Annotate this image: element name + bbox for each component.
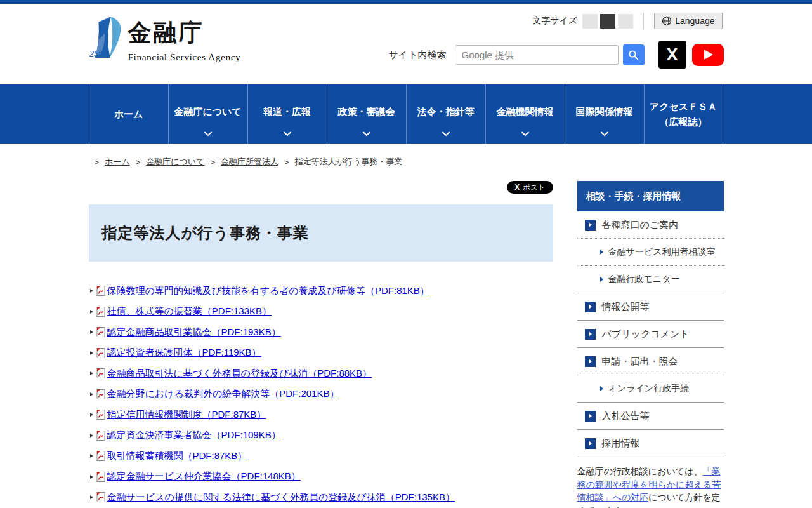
breadcrumb-separator: > bbox=[95, 157, 100, 167]
pdf-link[interactable]: 認定資金決済事業者協会（PDF:109KB） bbox=[107, 429, 281, 441]
sidebar-item[interactable]: オンライン行政手続 bbox=[577, 375, 724, 403]
nav-item-label: 国際関係情報 bbox=[576, 104, 633, 124]
pdf-link[interactable]: 金融分野における裁判外の紛争解決等（PDF:201KB） bbox=[107, 388, 339, 400]
document-list-item: 保険数理の専門的知識及び技能を有する者の養成及び研修等（PDF:81KB） bbox=[89, 281, 553, 302]
bullet-triangle-icon bbox=[90, 310, 93, 314]
search-button[interactable] bbox=[623, 44, 645, 65]
pdf-icon bbox=[96, 327, 105, 337]
chevron-down-icon bbox=[521, 131, 529, 137]
document-list-item: 金融分野における裁判外の紛争解決等（PDF:201KB） bbox=[89, 384, 553, 405]
blue-square-arrow-icon bbox=[585, 302, 596, 312]
breadcrumb-link[interactable]: ホーム bbox=[105, 156, 130, 168]
pdf-link[interactable]: 金融サービスの提供に関する法律に基づく外務員の登録及び抹消（PDF:135KB） bbox=[107, 491, 455, 504]
pdf-link[interactable]: 指定信用情報機関制度（PDF:87KB） bbox=[107, 409, 266, 421]
pdf-icon bbox=[96, 307, 105, 317]
nav-item-label: アクセスＦＳＡ （広報誌） bbox=[650, 99, 717, 129]
bullet-triangle-icon bbox=[90, 413, 93, 417]
bullet-triangle-icon bbox=[90, 434, 93, 438]
sidebar-item[interactable]: 情報公開等 bbox=[577, 293, 724, 321]
logo-title-en: Financial Services Agency bbox=[128, 51, 241, 63]
sidebar-item[interactable]: 申請・届出・照会 bbox=[577, 348, 724, 375]
nav-item[interactable]: 報道・広報 bbox=[247, 84, 327, 144]
pdf-icon bbox=[96, 410, 105, 420]
sidebar-item[interactable]: 金融サービス利用者相談室 bbox=[577, 239, 724, 266]
document-list-item: 認定資金決済事業者協会（PDF:109KB） bbox=[89, 425, 553, 446]
breadcrumb-current: 指定等法人が行う事務・事業 bbox=[295, 156, 403, 168]
nav-item[interactable]: 金融機関情報 bbox=[485, 84, 565, 144]
document-list-item: 認定金融商品取引業協会（PDF:193KB） bbox=[89, 322, 553, 343]
x-social-icon[interactable]: X bbox=[658, 41, 686, 69]
search-icon bbox=[628, 50, 639, 60]
document-list-item: 社債、株式等の振替業（PDF:133KB） bbox=[89, 302, 553, 323]
document-list-item: 金融サービスの提供に関する法律に基づく外務員の登録及び抹消（PDF:135KB） bbox=[89, 487, 553, 508]
document-list-item: 認定投資者保護団体（PDF:119KB） bbox=[89, 343, 553, 364]
pdf-icon bbox=[96, 348, 105, 358]
sidebar-item[interactable]: 各種窓口のご案内 bbox=[577, 211, 724, 239]
nav-item[interactable]: 法令・指針等 bbox=[406, 84, 485, 144]
sidebar-title: 相談・手続・採用情報 bbox=[577, 181, 724, 211]
bullet-triangle-icon bbox=[90, 454, 93, 458]
font-size-button[interactable] bbox=[618, 14, 633, 29]
x-post-label: ポスト bbox=[523, 183, 545, 192]
font-size-label: 文字サイズ bbox=[532, 15, 577, 27]
breadcrumb-separator: > bbox=[211, 157, 216, 167]
nav-item-label: 政策・審議会 bbox=[338, 104, 395, 124]
document-list-item: 指定信用情報機関制度（PDF:87KB） bbox=[89, 404, 553, 425]
pdf-link[interactable]: 金融商品取引法に基づく外務員の登録及び抹消（PDF:88KB） bbox=[107, 368, 372, 380]
sidebar-item[interactable]: 採用情報 bbox=[577, 430, 724, 457]
nav-item-label: 報道・広報 bbox=[263, 104, 311, 124]
triangle-right-icon bbox=[600, 386, 603, 391]
main-content: X ポスト 指定等法人が行う事務・事業 bbox=[89, 181, 553, 508]
sidebar: 相談・手続・採用情報 各種窓口のご案内 金融サービス利用者相談室 金融行政モニタ… bbox=[577, 181, 724, 508]
page-title-box: 指定等法人が行う事務・事業 bbox=[89, 204, 553, 262]
bullet-triangle-icon bbox=[90, 475, 93, 479]
breadcrumb-link[interactable]: 金融庁について bbox=[146, 156, 204, 168]
pdf-link[interactable]: 認定投資者保護団体（PDF:119KB） bbox=[107, 347, 261, 359]
chevron-down-icon bbox=[283, 131, 291, 137]
pdf-link[interactable]: 認定金融サービス仲介業協会（PDF:148KB） bbox=[107, 471, 301, 483]
nav-item[interactable]: 政策・審議会 bbox=[327, 84, 406, 144]
sidebar-item-label: 入札公告等 bbox=[602, 410, 650, 422]
header-top-controls: 文字サイズ Language bbox=[532, 13, 722, 29]
sidebar-item-label: パブリックコメント bbox=[602, 328, 690, 340]
fsa-logo[interactable]: 25th 金融庁 Financial Services Agency bbox=[89, 15, 241, 63]
pdf-link[interactable]: 社債、株式等の振替業（PDF:133KB） bbox=[107, 305, 272, 318]
nav-item[interactable]: 国際関係情報 bbox=[565, 84, 644, 144]
x-post-button[interactable]: X ポスト bbox=[507, 181, 553, 194]
nav-item[interactable]: アクセスＦＳＡ （広報誌） bbox=[644, 84, 723, 144]
sidebar-item[interactable]: 入札公告等 bbox=[577, 403, 724, 430]
note-prefix: 金融庁の行政相談においては、 bbox=[577, 466, 703, 476]
sidebar-item[interactable]: 金融行政モニター bbox=[577, 266, 724, 293]
nav-item-label: 金融機関情報 bbox=[497, 104, 554, 124]
document-list-item: 金融商品取引法に基づく外務員の登録及び抹消（PDF:88KB） bbox=[89, 363, 553, 384]
pdf-link[interactable]: 認定金融商品取引業協会（PDF:193KB） bbox=[107, 326, 281, 338]
font-size-button[interactable] bbox=[582, 14, 598, 29]
bullet-triangle-icon bbox=[90, 495, 93, 499]
search-input[interactable] bbox=[455, 45, 619, 65]
site-search: サイト内検索 X bbox=[388, 41, 723, 69]
sidebar-item-label: オンライン行政手続 bbox=[608, 383, 690, 394]
blue-square-arrow-icon bbox=[585, 329, 596, 340]
nav-item[interactable]: 金融庁について bbox=[168, 84, 247, 144]
nav-item[interactable]: ホーム bbox=[89, 84, 168, 144]
bullet-triangle-icon bbox=[90, 330, 93, 334]
breadcrumb-separator: > bbox=[284, 157, 289, 167]
pdf-link[interactable]: 取引情報蓄積機関（PDF:87KB） bbox=[107, 450, 247, 462]
breadcrumb-link[interactable]: 金融庁所管法人 bbox=[221, 156, 278, 168]
breadcrumb-item: > 金融庁所管法人 金融庁所管法人 bbox=[205, 156, 279, 168]
sidebar-item-label: 採用情報 bbox=[602, 438, 640, 450]
pdf-link[interactable]: 保険数理の専門的知識及び技能を有する者の養成及び研修等（PDF:81KB） bbox=[107, 285, 429, 297]
sidebar-item-label: 金融サービス利用者相談室 bbox=[608, 246, 716, 258]
font-size-button[interactable] bbox=[600, 14, 615, 29]
nav-item-label: 金融庁について bbox=[174, 104, 241, 124]
sidebar-item[interactable]: パブリックコメント bbox=[577, 321, 724, 348]
language-button[interactable]: Language bbox=[654, 13, 722, 29]
chevron-down-icon bbox=[362, 131, 370, 137]
document-list-item: 取引情報蓄積機関（PDF:87KB） bbox=[89, 446, 553, 467]
chevron-down-icon bbox=[600, 131, 608, 137]
bullet-triangle-icon bbox=[90, 289, 93, 293]
youtube-icon[interactable] bbox=[692, 44, 724, 66]
header-divider bbox=[643, 13, 644, 29]
pdf-icon bbox=[96, 451, 105, 461]
blue-square-arrow-icon bbox=[585, 220, 596, 231]
